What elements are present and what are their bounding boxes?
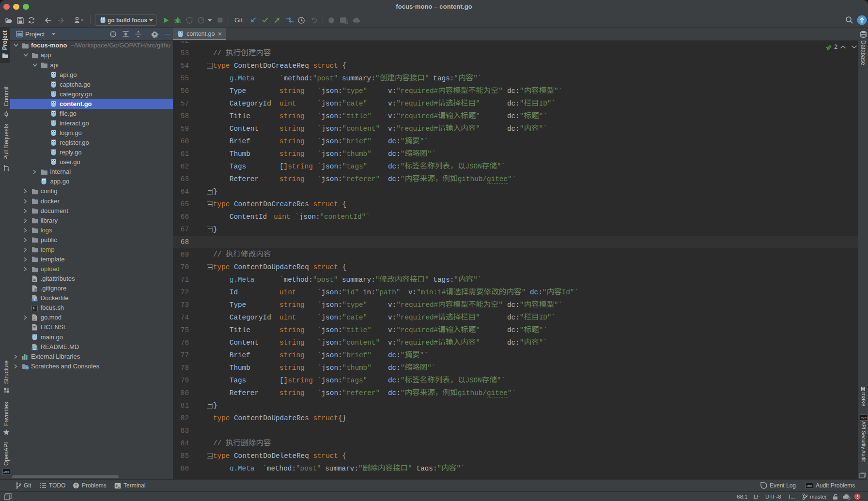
svg-text:/API: /API [806, 485, 812, 487]
svg-text:/API: /API [3, 471, 9, 473]
svg-text:MD: MD [33, 348, 36, 350]
svg-text:/API: /API [861, 416, 867, 419]
